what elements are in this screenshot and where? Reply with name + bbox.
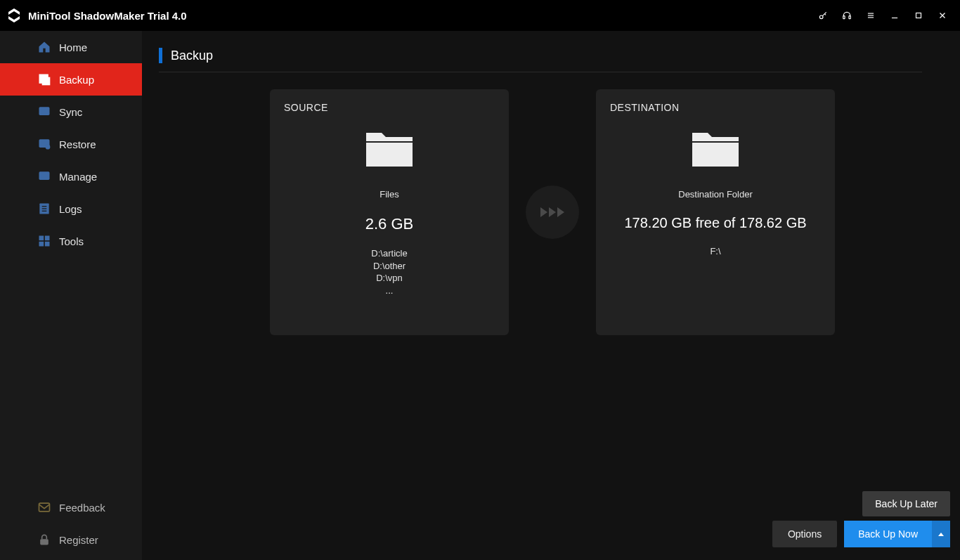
options-label: Options [788, 528, 822, 540]
sidebar-item-sync[interactable]: Sync [0, 96, 142, 128]
svg-rect-21 [45, 236, 50, 241]
backup-now-split-button: Back Up Now [844, 521, 950, 547]
svg-rect-15 [39, 171, 50, 180]
sidebar-item-feedback[interactable]: Feedback [0, 491, 142, 523]
svg-rect-20 [39, 236, 44, 241]
destination-path: F:\ [610, 245, 821, 258]
logs-icon [37, 202, 52, 216]
sidebar-item-label: Tools [59, 235, 84, 247]
manage-icon [37, 169, 52, 183]
transfer-arrow-icon [526, 185, 579, 239]
sidebar-item-label: Restore [59, 138, 96, 150]
source-path: D:\other [284, 260, 495, 273]
header-accent [159, 48, 162, 63]
headset-icon[interactable] [835, 0, 859, 31]
sidebar-item-label: Feedback [59, 502, 105, 514]
svg-rect-27 [692, 143, 739, 167]
menu-icon[interactable] [859, 0, 883, 31]
folder-icon [689, 126, 741, 171]
lock-icon [37, 533, 52, 547]
svg-rect-23 [45, 242, 50, 247]
destination-card[interactable]: DESTINATION Destination Folder 178.20 GB… [596, 89, 835, 335]
options-button[interactable]: Options [772, 521, 837, 547]
sidebar: Home Backup Sync Restore [0, 31, 142, 560]
app-logo-icon [6, 7, 22, 24]
svg-rect-24 [39, 503, 50, 512]
minimize-icon[interactable] [883, 0, 907, 31]
svg-rect-1 [843, 16, 845, 19]
sidebar-item-label: Manage [59, 171, 97, 183]
destination-heading: DESTINATION [610, 102, 821, 113]
sidebar-item-label: Backup [59, 74, 94, 86]
sidebar-item-logs[interactable]: Logs [0, 193, 142, 225]
sidebar-item-tools[interactable]: Tools [0, 225, 142, 257]
title-bar: MiniTool ShadowMaker Trial 4.0 [0, 0, 960, 31]
backup-later-menu-item[interactable]: Back Up Later [862, 491, 950, 516]
sync-icon [37, 105, 52, 119]
tools-icon [37, 234, 52, 248]
source-path: D:\vpn [284, 272, 495, 285]
backup-now-button[interactable]: Back Up Now [844, 521, 932, 547]
source-path: D:\article [284, 247, 495, 260]
svg-point-0 [819, 15, 823, 19]
svg-rect-25 [40, 539, 48, 545]
close-icon[interactable] [930, 0, 954, 31]
sidebar-item-label: Logs [59, 203, 82, 215]
chevron-up-icon [938, 533, 944, 536]
sidebar-item-restore[interactable]: Restore [0, 128, 142, 160]
source-path-more: ... [284, 285, 495, 297]
svg-rect-22 [39, 242, 44, 247]
svg-point-14 [46, 145, 51, 150]
svg-rect-7 [916, 13, 921, 18]
restore-icon [37, 137, 52, 151]
page-header: Backup [159, 48, 922, 72]
source-card[interactable]: SOURCE Files 2.6 GB D:\article D:\other … [270, 89, 509, 335]
destination-type-label: Destination Folder [610, 189, 821, 200]
backup-later-label: Back Up Later [875, 498, 938, 509]
main-content: Backup SOURCE Files 2.6 GB D:\article D:… [142, 31, 960, 560]
svg-rect-26 [366, 143, 413, 167]
svg-rect-11 [42, 77, 51, 86]
page-title: Backup [171, 48, 213, 63]
sidebar-item-manage[interactable]: Manage [0, 160, 142, 193]
sidebar-item-home[interactable]: Home [0, 31, 142, 63]
key-icon[interactable] [811, 0, 835, 31]
feedback-icon [37, 500, 52, 514]
action-bar: Options Back Up Now [772, 521, 950, 547]
source-type-label: Files [284, 189, 495, 200]
sidebar-item-label: Register [59, 534, 98, 546]
app-title: MiniTool ShadowMaker Trial 4.0 [28, 10, 187, 22]
backup-icon [37, 72, 52, 86]
svg-rect-2 [849, 16, 850, 19]
destination-free-space: 178.20 GB free of 178.62 GB [610, 215, 821, 231]
maximize-icon[interactable] [907, 0, 930, 31]
backup-now-dropdown-toggle[interactable] [932, 521, 950, 547]
home-icon [37, 40, 52, 54]
sidebar-item-label: Sync [59, 106, 82, 118]
svg-rect-12 [39, 107, 50, 115]
sidebar-item-backup[interactable]: Backup [0, 63, 142, 96]
folder-icon [363, 126, 415, 171]
backup-now-label: Back Up Now [858, 528, 918, 540]
source-size: 2.6 GB [284, 215, 495, 233]
source-heading: SOURCE [284, 102, 495, 113]
sidebar-item-label: Home [59, 41, 87, 53]
sidebar-item-register[interactable]: Register [0, 523, 142, 556]
